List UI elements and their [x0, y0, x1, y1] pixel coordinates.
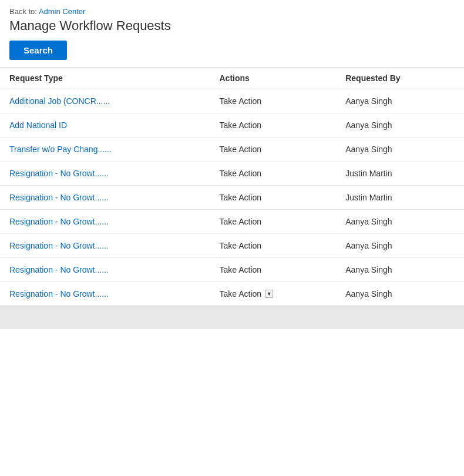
cell-requested-by: Aanya Singh	[336, 210, 464, 234]
take-action-link[interactable]: Take Action	[219, 241, 261, 250]
table-container: Request Type Actions Requested By Additi…	[0, 67, 464, 306]
cell-request-type: Add National ID	[0, 113, 210, 138]
cell-request-type: Additional Job (CONCR......	[0, 89, 210, 113]
request-type-link[interactable]: Resignation - No Growt......	[9, 241, 109, 250]
request-type-link[interactable]: Resignation - No Growt......	[9, 289, 109, 299]
cell-actions: Take Action	[210, 258, 336, 282]
page-title: Manage Workflow Requests	[9, 18, 455, 33]
table-row: Transfer w/o Pay Chang......Take ActionA…	[0, 138, 464, 162]
cell-actions: Take Action	[210, 234, 336, 258]
cell-request-type: Resignation - No Growt......	[0, 258, 210, 282]
request-type-link[interactable]: Additional Job (CONCR......	[9, 96, 110, 106]
cell-request-type: Resignation - No Growt......	[0, 210, 210, 234]
search-button[interactable]: Search	[9, 41, 67, 60]
take-action-link[interactable]: Take Action	[219, 217, 261, 226]
cell-actions: Take Action	[210, 186, 336, 210]
table-row: Add National IDTake ActionAanya Singh	[0, 113, 464, 138]
cell-actions: Take Action	[210, 162, 336, 186]
request-type-link[interactable]: Add National ID	[9, 120, 67, 130]
col-header-actions: Actions	[210, 68, 336, 89]
cell-request-type: Resignation - No Growt......	[0, 162, 210, 186]
take-action-link[interactable]: Take Action	[219, 193, 261, 202]
cell-request-type: Resignation - No Growt......	[0, 186, 210, 210]
col-header-requested-by: Requested By	[336, 68, 464, 89]
cell-requested-by: Aanya Singh	[336, 138, 464, 162]
take-action-link[interactable]: Take Action	[219, 96, 261, 106]
cell-actions: Take Action	[210, 210, 336, 234]
cell-actions: Take Action	[210, 113, 336, 138]
request-type-link[interactable]: Transfer w/o Pay Chang......	[9, 145, 112, 154]
request-type-link[interactable]: Resignation - No Growt......	[9, 265, 109, 274]
request-type-link[interactable]: Resignation - No Growt......	[9, 169, 109, 178]
take-action-link[interactable]: Take Action	[219, 265, 261, 274]
table-row: Resignation - No Growt......Take ActionJ…	[0, 186, 464, 210]
cell-requested-by: Aanya Singh	[336, 89, 464, 113]
table-row: Resignation - No Growt......Take ActionJ…	[0, 162, 464, 186]
breadcrumb: Back to: Admin Center	[9, 7, 455, 16]
cell-actions: Take Action	[210, 138, 336, 162]
take-action-label: Take Action	[219, 289, 261, 299]
table-row: Additional Job (CONCR......Take ActionAa…	[0, 89, 464, 113]
cell-actions: Take Action	[210, 89, 336, 113]
dropdown-arrow-icon[interactable]: ▼	[265, 290, 273, 298]
table-body: Additional Job (CONCR......Take ActionAa…	[0, 89, 464, 306]
table-header-row: Request Type Actions Requested By	[0, 68, 464, 89]
cell-requested-by: Justin Martin	[336, 162, 464, 186]
cell-requested-by: Aanya Singh	[336, 258, 464, 282]
col-header-request-type: Request Type	[0, 68, 210, 89]
cell-requested-by: Aanya Singh	[336, 282, 464, 306]
cell-request-type: Resignation - No Growt......	[0, 234, 210, 258]
request-type-link[interactable]: Resignation - No Growt......	[9, 193, 109, 202]
cell-requested-by: Aanya Singh	[336, 113, 464, 138]
cell-request-type: Transfer w/o Pay Chang......	[0, 138, 210, 162]
take-action-dropdown-button[interactable]: Take Action▼	[219, 289, 273, 299]
cell-requested-by: Aanya Singh	[336, 234, 464, 258]
table-row: Resignation - No Growt......Take ActionA…	[0, 210, 464, 234]
back-prefix: Back to:	[9, 7, 37, 16]
take-action-link[interactable]: Take Action	[219, 169, 261, 178]
table-row: Resignation - No Growt......Take ActionA…	[0, 234, 464, 258]
cell-request-type: Resignation - No Growt......	[0, 282, 210, 306]
bottom-area	[0, 306, 464, 329]
cell-requested-by: Justin Martin	[336, 186, 464, 210]
page-container: Back to: Admin Center Manage Workflow Re…	[0, 0, 464, 476]
take-action-link[interactable]: Take Action	[219, 120, 261, 130]
request-type-link[interactable]: Resignation - No Growt......	[9, 217, 109, 226]
cell-actions: Take Action▼	[210, 282, 336, 306]
table-row: Resignation - No Growt......Take ActionA…	[0, 258, 464, 282]
header-area: Back to: Admin Center Manage Workflow Re…	[0, 0, 464, 67]
workflow-table: Request Type Actions Requested By Additi…	[0, 68, 464, 306]
take-action-link[interactable]: Take Action	[219, 145, 261, 154]
admin-center-link[interactable]: Admin Center	[39, 7, 85, 16]
table-row: Resignation - No Growt......Take Action▼…	[0, 282, 464, 306]
